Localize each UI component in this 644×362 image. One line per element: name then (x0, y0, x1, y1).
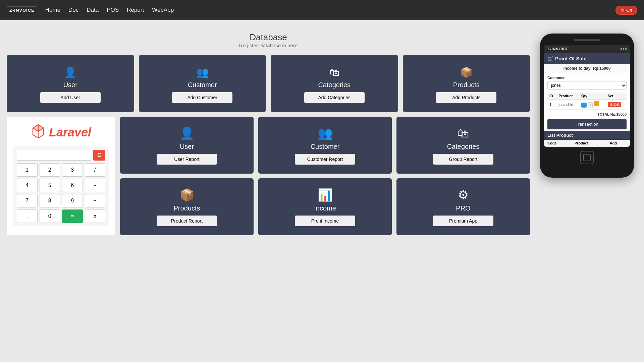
toggle-label: Off (626, 8, 632, 13)
calc-btn-4[interactable]: 4 (17, 179, 38, 192)
phone-topbar: Z-INVOICE (544, 45, 630, 53)
categories-report-icon: 🛍 (457, 127, 469, 139)
report-card-title-pro-report: PRO (456, 204, 470, 212)
calc-btn-=[interactable]: = (62, 209, 83, 223)
nav-home[interactable]: Home (45, 7, 60, 13)
pos-header: 🛒 Point Of Sale (544, 53, 630, 64)
calc-btn-9[interactable]: 9 (62, 194, 83, 207)
product-table: ID Product Qty Set 1 josa shirt (547, 93, 627, 110)
calc-btn-1[interactable]: 1 (17, 163, 38, 177)
calc-btn-/[interactable]: / (85, 163, 106, 177)
table-header-row: ID Product Qty Set (547, 93, 627, 100)
lh-kode: Kode (544, 140, 571, 147)
report-card-products-report: 📦 Products Product Report (120, 178, 254, 235)
customer-label: Customer (547, 76, 627, 80)
report-card-customer-report: 👥 Customer Customer Report (258, 117, 392, 174)
report-btn-categories-report[interactable]: Group Report (433, 154, 493, 165)
laravel-logo: Laravel (31, 123, 91, 141)
add-products-button[interactable]: Add Products (436, 92, 496, 103)
calc-btn-.[interactable]: . (17, 209, 38, 223)
report-card-title-products-report: Products (174, 204, 200, 212)
calc-btn-6[interactable]: 6 (62, 179, 83, 192)
nav-pos[interactable]: POS (107, 7, 119, 13)
calc-clear-button[interactable]: C (93, 150, 105, 161)
report-btn-pro-report[interactable]: Premium App (433, 216, 493, 226)
table-row: 1 josa shirt + 1 🗑 (547, 100, 627, 110)
report-btn-products-report[interactable]: Product Report (157, 216, 217, 226)
user-report-icon: 👤 (179, 127, 195, 139)
customer-select[interactable]: jones (547, 81, 627, 90)
list-product-header: List Product (544, 131, 630, 140)
pos-title: Point Of Sale (555, 56, 586, 61)
income-report-icon: 📊 (318, 189, 333, 201)
toggle-dot (621, 8, 624, 12)
phone-frame: Z-INVOICE 🛒 Point Of Sale Income to day:… (540, 34, 634, 178)
report-btn-user-report[interactable]: User Report (157, 154, 217, 165)
calc-btn-7[interactable]: 7 (17, 194, 38, 207)
list-product-table: Kode Product Add (544, 140, 630, 147)
pos-income: Income to day: Rp.15000 (544, 64, 630, 73)
row-set: 🗑 Del (606, 100, 627, 110)
add-customer-button[interactable]: Add Customer (172, 92, 232, 103)
qty-yellow-indicator (594, 101, 599, 106)
card-products-title: Products (453, 81, 480, 89)
db-title: Database (7, 32, 530, 43)
card-products: Products Add Products (403, 55, 530, 112)
income-label: Income to day: (564, 66, 592, 71)
calc-grid: 123/456-789+.0=x (17, 163, 105, 223)
card-categories: Categories Add Categories (271, 55, 398, 112)
customer-report-icon: 👥 (318, 127, 333, 139)
calc-btn-8[interactable]: 8 (40, 194, 60, 207)
phone-customer-section: Customer jones (544, 73, 630, 91)
add-user-button[interactable]: Add User (40, 92, 101, 103)
qty-number: 1 (588, 102, 593, 108)
navbar: Z-INVOICE Home Doc Data POS Report WebAp… (0, 0, 644, 20)
report-btn-customer-report[interactable]: Customer Report (295, 154, 355, 165)
calc-btn-0[interactable]: 0 (40, 209, 60, 223)
calc-btn-2[interactable]: 2 (40, 163, 60, 177)
row-qty: + 1 (579, 100, 606, 110)
nav-report[interactable]: Report (127, 7, 144, 13)
report-card-title-customer-report: Customer (311, 143, 340, 150)
row-product: josa shirt (557, 100, 579, 110)
add-categories-button[interactable]: Add Categories (304, 92, 365, 103)
calc-btn-5[interactable]: 5 (40, 179, 60, 192)
report-btn-income-report[interactable]: Profit Income (295, 216, 355, 226)
calculator: C 123/456-789+.0=x (13, 146, 109, 226)
qty-plus-button[interactable]: + (581, 103, 587, 108)
brand-logo: Z-INVOICE (7, 6, 37, 14)
card-customer: Customer Add Customer (139, 55, 266, 112)
calc-btn--[interactable]: - (85, 179, 106, 192)
nav-links: Home Doc Data POS Report WebApp (45, 7, 174, 13)
left-content: Database Register Database in here User … (7, 27, 530, 355)
card-categories-title: Categories (318, 81, 351, 89)
row-id: 1 (547, 100, 557, 110)
phone-total: TOTAL Rp.15000 (544, 111, 630, 118)
dot3 (625, 48, 627, 50)
calc-btn-3[interactable]: 3 (62, 163, 83, 177)
nav-doc[interactable]: Doc (68, 7, 78, 13)
del-button[interactable]: 🗑 Del (608, 102, 621, 107)
calc-display[interactable] (17, 150, 91, 161)
user-icon (64, 66, 76, 78)
phone-speaker (574, 39, 600, 41)
phone-home-button[interactable] (580, 151, 594, 164)
top-cards-row: User Add User Customer Add Customer Cate… (7, 55, 530, 112)
report-card-income-report: 📊 Income Profit Income (258, 178, 392, 235)
toggle-button[interactable]: Off (615, 6, 637, 15)
phone-brand: Z-INVOICE (547, 47, 569, 51)
th-id: ID (547, 93, 557, 100)
th-set: Set (606, 93, 627, 100)
lh-add: Add (606, 140, 630, 147)
nav-webapp[interactable]: WebApp (152, 7, 174, 13)
total-value: Rp.15000 (610, 112, 627, 116)
nav-data[interactable]: Data (87, 7, 99, 13)
calc-btn-x[interactable]: x (85, 209, 106, 223)
report-card-pro-report: ⚙ PRO Premium App (396, 178, 530, 235)
products-report-icon: 📦 (179, 189, 195, 201)
calc-btn-+[interactable]: + (85, 194, 106, 207)
lh-product: Product (571, 140, 606, 147)
total-label: TOTAL (597, 112, 609, 116)
transaction-button[interactable]: Transaction (547, 119, 627, 129)
report-card-title-categories-report: Categories (447, 143, 480, 150)
